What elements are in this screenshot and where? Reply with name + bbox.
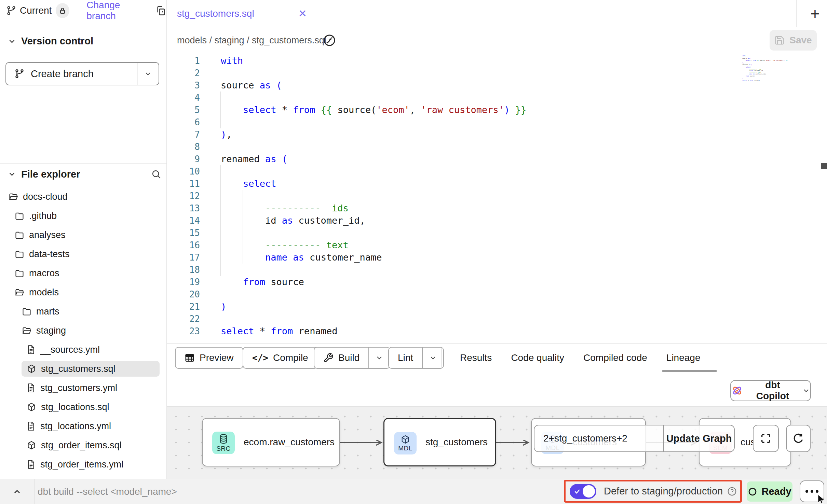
create-branch-split-button: Create branch [5,62,159,85]
save-label: Save [789,35,812,46]
check-icon [573,488,581,495]
file-tree-item-analyses[interactable]: analyses [0,225,166,244]
file-explorer-section: File explorer [8,166,162,182]
fullscreen-button[interactable] [753,425,779,452]
file-tree-item-stg-locations-sql[interactable]: stg_locations.sql [0,397,166,417]
copy-icon[interactable] [155,5,166,16]
mdl-badge: MDL [394,432,417,454]
help-icon[interactable] [727,486,737,496]
file-tree-label: models [29,287,59,298]
file-tree-item-models[interactable]: models [0,283,166,302]
file-tree-item-data-tests[interactable]: data-tests [0,244,166,264]
toggle-knob [583,485,595,498]
panel-tab-results[interactable]: Results [460,352,492,363]
code-editor[interactable]: 1234567891011121314151617181920212223 wi… [167,53,827,343]
dbt-logo-icon[interactable] [320,31,339,50]
refresh-button[interactable] [786,425,811,452]
file-tree-label: macros [29,268,59,279]
file-tree-item-stg-locations-yml[interactable]: stg_locations.yml [0,417,166,436]
status-label: Ready [761,486,791,497]
compile-button[interactable]: </> Compile [243,347,318,369]
save-button[interactable]: Save [770,30,817,51]
version-control-title: Version control [21,36,93,47]
file-tree-item-stg-customers-sql[interactable]: stg_customers.sql [0,359,166,378]
panel-tab-lineage[interactable]: Lineage [666,352,701,363]
lineage-node-ecom-raw-customers[interactable]: SRCecom.raw_customers [202,418,340,466]
panel-tabs: ResultsCode qualityCompiled codeLineage [460,347,700,369]
chevron-down-icon [802,387,810,395]
file-tree-item-stg-order-items-sql[interactable]: stg_order_items.sql [0,436,166,455]
lint-split-button: Lint [388,347,444,369]
build-button[interactable]: Build [314,348,368,368]
chevron-down-icon [144,70,152,78]
file-tree-item-stg-customers-yml[interactable]: stg_customers.yml [0,378,166,397]
file-tree-label: stg_locations.sql [41,402,109,412]
create-branch-button[interactable]: Create branch [6,63,137,85]
ellipsis-icon [805,490,808,493]
divider [0,163,166,164]
file-tree-label: data-tests [29,249,70,260]
file-tree-label: stg_customers.sql [41,364,116,374]
defer-label: Defer to staging/production [604,486,723,497]
close-icon[interactable]: ✕ [298,9,307,19]
build-wrench-icon [323,353,334,363]
build-dropdown[interactable] [368,348,390,368]
change-branch-link[interactable]: Change branch [86,0,146,22]
file-tree-label: __sources.yml [40,345,100,355]
refresh-icon [792,433,804,444]
folder-icon [15,211,24,221]
panel-tab-compiled-code[interactable]: Compiled code [583,352,647,363]
editor-scrollbar[interactable] [821,163,827,169]
dbt-copilot-button[interactable]: dbt Copilot [730,380,811,401]
lint-dropdown[interactable] [422,348,443,368]
file-tree-label: .github [29,211,57,221]
file-icon [27,345,36,354]
status-badge: Ready [747,481,792,502]
chevron-down-icon [375,354,383,362]
update-graph-button[interactable]: Update Graph [664,425,734,451]
lineage-canvas[interactable]: SRCecom.raw_customersMDLstg_customersMDL… [167,406,827,479]
file-tree-item-marts[interactable]: marts [0,302,166,321]
status-bar: dbt build --select <model_name> Defer to… [0,479,827,504]
file-tree-item-stg-order-items-yml[interactable]: stg_order_items.yml [0,455,166,474]
file-tree-label: analyses [29,230,66,240]
chevron-down-icon [429,354,437,362]
editor-toolbar: Preview </> Compile Build Lint [167,343,827,406]
dbt-ide-window: Current Change branch Version control Cr… [0,0,827,504]
chevron-down-icon [8,37,16,46]
file-tree: docs-cloud.githubanalysesdata-testsmacro… [0,187,166,474]
lineage-selector-bar: 2+stg_customers+2 Update Graph [534,425,735,452]
preview-button[interactable]: Preview [175,347,243,369]
collapse-command-bar-button[interactable] [0,479,34,504]
version-control-section[interactable]: Version control [8,36,93,47]
create-branch-dropdown[interactable] [137,63,159,85]
minimap[interactable]: with source as ( select * from {{ source… [742,55,788,81]
copilot-label: dbt Copilot [748,380,797,402]
command-input[interactable]: dbt build --select <model_name> [38,479,177,504]
lineage-selector-input[interactable]: 2+stg_customers+2 [534,425,664,451]
src-badge: SRC [212,432,235,454]
file-tree-item-staging[interactable]: staging [0,321,166,340]
breadcrumb: models / staging / stg_customers.sql [177,27,326,53]
lineage-node-stg-customers[interactable]: MDLstg_customers [383,418,496,466]
file-tree-item--github[interactable]: .github [0,206,166,225]
panel-tab-code-quality[interactable]: Code quality [511,352,564,363]
file-tree-label: marts [36,306,59,317]
code-content[interactable]: with source as ( select * from {{ source… [221,55,526,337]
new-tab-button[interactable]: + [803,0,827,27]
file-tree-item--sources-yml[interactable]: __sources.yml [0,340,166,359]
file-tree-label: stg_order_items.sql [41,440,122,451]
file-tree-item-docs-cloud[interactable]: docs-cloud [0,187,166,206]
chevron-down-icon[interactable] [8,170,16,179]
defer-toggle[interactable] [570,484,596,499]
lint-button[interactable]: Lint [389,348,422,368]
status-circle-icon [748,487,757,496]
folder-open-icon [22,326,31,335]
search-icon[interactable] [151,169,162,180]
file-tree-item-macros[interactable]: macros [0,264,166,283]
lint-label: Lint [398,352,413,363]
file-tree-label: staging [36,325,66,336]
lineage-node-label: ecom.raw_customers [244,419,335,466]
tab-stg-customers-sql[interactable]: stg_customers.sql ✕ [167,0,316,27]
folder-icon [22,307,31,316]
